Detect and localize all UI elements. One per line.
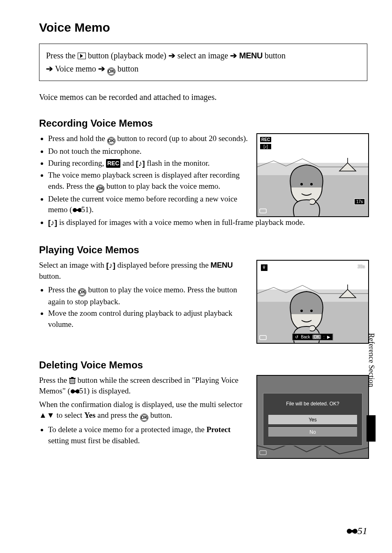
svg-rect-12 (69, 378, 76, 379)
intro-text: Voice memos can be recorded and attached… (39, 93, 367, 102)
side-tab-marker (367, 415, 376, 442)
text: When the confirmation dialog is displaye… (39, 400, 242, 409)
illustration (257, 134, 368, 216)
text: 51). (81, 205, 94, 214)
nav-text: button (118, 64, 138, 73)
ok-icon: OK (140, 414, 148, 422)
svg-point-5 (310, 183, 313, 185)
navigation-path-box: Press the button (playback mode) ➔ selec… (39, 44, 367, 81)
list-item: Move the zoom control during playback to… (48, 308, 249, 330)
arrow-icon: ➔ (46, 64, 53, 73)
arrow-icon: ➔ (230, 51, 237, 60)
section-heading: Recording Voice Memos (39, 118, 367, 129)
list-item: During recording, REC and [♪] flash in t… (48, 158, 249, 169)
arrow-icon: ➔ (98, 64, 105, 73)
timer-label: 17s (354, 199, 365, 205)
ok-icon: OK (96, 185, 104, 193)
text: button to play back the voice memo. (106, 182, 220, 190)
text: and (122, 159, 136, 167)
svg-point-4 (300, 183, 303, 185)
yes-bold: Yes (84, 411, 95, 419)
ok-icon: OK (107, 67, 115, 76)
text: Select an image with (39, 261, 106, 269)
reference-icon (70, 386, 79, 395)
list-item: Do not touch the microphone. (48, 146, 249, 157)
nav-text: button (265, 51, 286, 60)
side-tab-label: Reference Section (367, 333, 376, 387)
text: button. (150, 411, 172, 419)
page-number-value: 51 (357, 525, 367, 536)
arrow-icon: ➔ (168, 51, 175, 60)
svg-point-24 (353, 529, 357, 534)
nav-text: select an image (178, 51, 230, 60)
list-item: To delete a voice memo for a protected i… (48, 424, 249, 446)
svg-point-8 (300, 310, 303, 312)
text: displayed before pressing the (117, 261, 210, 269)
confirm-dialog: File will be deleted. OK? Yes No (263, 393, 362, 446)
text: flash in the monitor. (147, 159, 210, 167)
nav-text: button (playback mode) (88, 51, 168, 60)
ok-icon: OK (78, 288, 86, 296)
reference-icon (72, 205, 81, 214)
text: Press the (39, 376, 69, 384)
svg-point-2 (78, 208, 81, 212)
section-deleting: Deleting Voice Memos Press the button wh… (39, 359, 367, 459)
list-item: The voice memo playback screen is displa… (48, 170, 249, 193)
text: and press the (97, 411, 140, 419)
ok-label: OK (313, 335, 321, 339)
text: During recording, (48, 159, 106, 167)
text: is displayed for images with a voice mem… (59, 218, 305, 227)
section-playing: Playing Voice Memos Select an image with… (39, 244, 367, 344)
nav-text: Press the (46, 51, 78, 60)
svg-point-9 (310, 310, 313, 312)
voice-memo-icon: [♪] (106, 260, 115, 271)
text: button to record (up to about 20 seconds… (117, 134, 248, 143)
paragraph: Select an image with [♪] displayed befor… (39, 260, 249, 282)
delete-dialog-figure: File will be deleted. OK? Yes No (256, 375, 369, 459)
dialog-title: File will be deleted. OK? (263, 401, 362, 407)
rec-indicator: REC (260, 137, 272, 143)
rec-badge-icon: REC (106, 159, 121, 168)
memo-indicator: [♪] (260, 143, 272, 150)
list-item: [♪] is displayed for images with a voice… (48, 217, 367, 229)
paragraph: Press the button while the screen descri… (39, 375, 249, 397)
text: 51) is displayed. (79, 386, 131, 395)
menu-label: MENU (239, 51, 263, 60)
text: Press and hold the (48, 134, 107, 143)
text: to select (56, 411, 84, 419)
recording-screen-figure: REC [♪] 17s (256, 133, 369, 217)
voice-memo-icon: [♪] (136, 158, 145, 169)
section-recording: Recording Voice Memos Press and hold the… (39, 118, 367, 229)
playback-screen-figure: 🎙 20s ↺Back OK: ▶ (256, 260, 369, 344)
play-icon: ▶ (327, 335, 330, 339)
dialog-option-no[interactable]: No (268, 427, 357, 437)
screen-badges: REC [♪] (260, 137, 272, 150)
list-item: Delete the current voice memo before rec… (48, 194, 249, 215)
reference-icon (346, 525, 357, 536)
playback-icon (78, 53, 86, 59)
svg-rect-13 (71, 377, 74, 378)
list-item: Press and hold the OK button to record (… (48, 133, 249, 145)
nav-text: Voice memo (55, 64, 98, 73)
section-heading: Playing Voice Memos (39, 244, 367, 256)
paragraph: When the confirmation dialog is displaye… (39, 399, 249, 422)
svg-rect-10 (260, 336, 266, 340)
svg-point-19 (76, 389, 79, 393)
text: setting must first be disabled. (48, 436, 140, 445)
ok-icon: OK (107, 137, 115, 145)
section-heading: Deleting Voice Memos (39, 359, 367, 371)
mic-icon: 🎙 (261, 264, 268, 271)
screen-bottom-bar: ↺Back OK: ▶ (292, 333, 333, 340)
svg-rect-6 (260, 209, 266, 213)
page-title: Voice Memo (39, 21, 367, 35)
back-arrow-icon: ↺ (295, 335, 298, 339)
text: To delete a voice memo for a protected i… (48, 425, 206, 434)
up-down-icon: ▲▼ (39, 411, 55, 419)
protect-bold: Protect (206, 425, 231, 434)
timer-label: 20s (357, 264, 365, 269)
list-item: Press the OK button to play the voice me… (48, 285, 249, 308)
trash-icon (69, 376, 76, 384)
dialog-option-yes[interactable]: Yes (268, 415, 357, 425)
page-number: 51 (346, 525, 367, 537)
illustration (257, 261, 368, 343)
